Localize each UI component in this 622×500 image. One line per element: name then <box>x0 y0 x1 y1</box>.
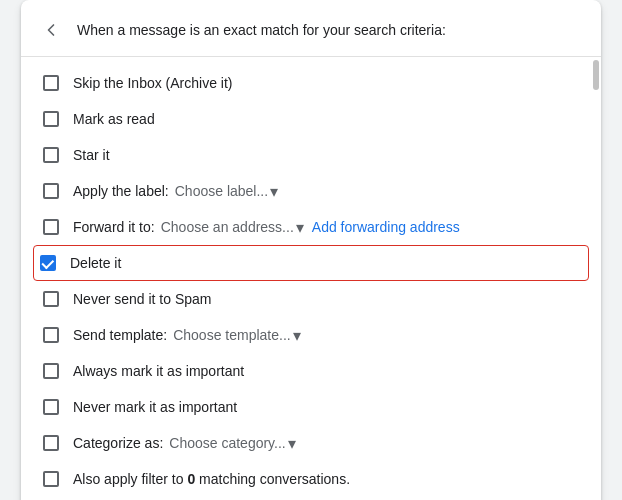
checkbox-also-apply[interactable] <box>41 469 61 489</box>
option-never-spam: Never send it to Spam <box>41 281 581 317</box>
label-dropdown-text: Choose label... <box>175 183 268 199</box>
checkbox-icon-skip-inbox[interactable] <box>43 75 59 91</box>
option-also-apply: Also apply filter to 0 matching conversa… <box>41 461 581 497</box>
option-always-important: Always mark it as important <box>41 353 581 389</box>
checkbox-icon-never-important[interactable] <box>43 399 59 415</box>
option-mark-read: Mark as read <box>41 101 581 137</box>
category-dropdown[interactable]: Choose category... ▾ <box>167 434 295 453</box>
dialog-header: When a message is an exact match for you… <box>21 0 601 57</box>
address-dropdown-arrow: ▾ <box>296 218 304 237</box>
checkbox-icon-star-it[interactable] <box>43 147 59 163</box>
template-dropdown-arrow: ▾ <box>293 326 301 345</box>
label-also-apply: Also apply filter to 0 matching conversa… <box>73 471 350 487</box>
label-skip-inbox: Skip the Inbox (Archive it) <box>73 75 233 91</box>
checkbox-forward-to[interactable] <box>41 217 61 237</box>
also-apply-text: Also apply filter to <box>73 471 187 487</box>
option-star-it: Star it <box>41 137 581 173</box>
label-always-important: Always mark it as important <box>73 363 244 379</box>
checkbox-never-important[interactable] <box>41 397 61 417</box>
option-never-important: Never mark it as important <box>41 389 581 425</box>
checkbox-always-important[interactable] <box>41 361 61 381</box>
checkbox-icon-categorize[interactable] <box>43 435 59 451</box>
checkbox-icon-mark-read[interactable] <box>43 111 59 127</box>
label-mark-read: Mark as read <box>73 111 155 127</box>
option-delete-it: Delete it <box>33 245 589 281</box>
checkbox-categorize[interactable] <box>41 433 61 453</box>
filter-dialog: When a message is an exact match for you… <box>21 0 601 500</box>
checkbox-never-spam[interactable] <box>41 289 61 309</box>
checkbox-icon-apply-label[interactable] <box>43 183 59 199</box>
address-dropdown-text: Choose an address... <box>161 219 294 235</box>
label-never-important: Never mark it as important <box>73 399 237 415</box>
checkbox-icon-never-spam[interactable] <box>43 291 59 307</box>
checkbox-icon-send-template[interactable] <box>43 327 59 343</box>
dialog-body: Skip the Inbox (Archive it) Mark as read… <box>21 57 601 500</box>
option-apply-label: Apply the label: Choose label... ▾ <box>41 173 581 209</box>
scrollbar <box>593 60 599 90</box>
label-star-it: Star it <box>73 147 110 163</box>
option-forward-to: Forward it to: Choose an address... ▾ Ad… <box>41 209 581 245</box>
checkbox-icon-always-important[interactable] <box>43 363 59 379</box>
category-dropdown-arrow: ▾ <box>288 434 296 453</box>
label-apply-label: Apply the label: <box>73 183 169 199</box>
label-never-spam: Never send it to Spam <box>73 291 212 307</box>
also-apply-suffix: matching conversations. <box>195 471 350 487</box>
label-send-template: Send template: <box>73 327 167 343</box>
template-dropdown-text: Choose template... <box>173 327 291 343</box>
label-forward-to: Forward it to: <box>73 219 155 235</box>
add-forwarding-address-link[interactable]: Add forwarding address <box>312 219 460 235</box>
label-dropdown-arrow: ▾ <box>270 182 278 201</box>
checkbox-skip-inbox[interactable] <box>41 73 61 93</box>
template-dropdown[interactable]: Choose template... ▾ <box>171 326 301 345</box>
checkbox-send-template[interactable] <box>41 325 61 345</box>
category-dropdown-text: Choose category... <box>169 435 285 451</box>
label-dropdown[interactable]: Choose label... ▾ <box>173 182 278 201</box>
label-categorize: Categorize as: <box>73 435 163 451</box>
option-skip-inbox: Skip the Inbox (Archive it) <box>41 65 581 101</box>
checkbox-icon-delete-it[interactable] <box>40 255 56 271</box>
option-send-template: Send template: Choose template... ▾ <box>41 317 581 353</box>
checkbox-apply-label[interactable] <box>41 181 61 201</box>
checkbox-icon-also-apply[interactable] <box>43 471 59 487</box>
back-button[interactable] <box>37 16 65 44</box>
header-text: When a message is an exact match for you… <box>77 22 446 38</box>
checkbox-star-it[interactable] <box>41 145 61 165</box>
label-delete-it: Delete it <box>70 255 121 271</box>
option-categorize: Categorize as: Choose category... ▾ <box>41 425 581 461</box>
checkbox-icon-forward-to[interactable] <box>43 219 59 235</box>
address-dropdown[interactable]: Choose an address... ▾ <box>159 218 304 237</box>
checkbox-delete-it[interactable] <box>38 253 58 273</box>
checkbox-mark-read[interactable] <box>41 109 61 129</box>
